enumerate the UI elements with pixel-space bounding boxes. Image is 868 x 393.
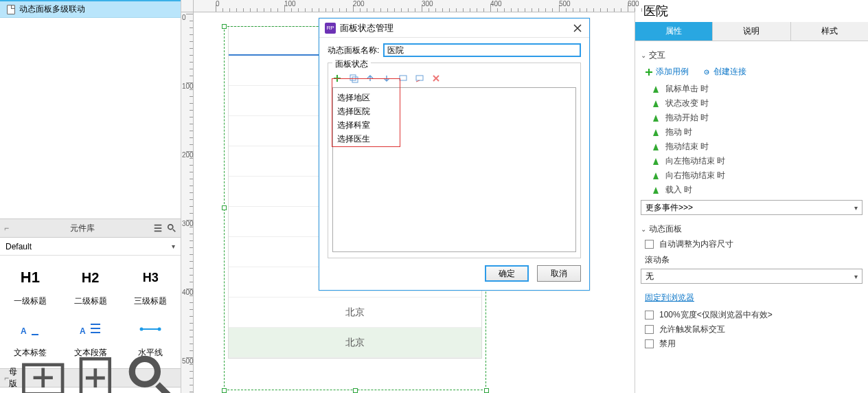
widget-grid: H1 一级标题 H2 二级标题 H3 三级标题 [0,256,181,317]
panel-name-input[interactable] [383,43,581,57]
page-tab[interactable]: 动态面板多级联动 [0,0,181,18]
svg-point-5 [158,328,161,331]
widget-lib-header: ⌐ 元件库 [0,218,181,238]
edit-state-icon[interactable] [415,74,424,83]
svg-point-0 [168,225,173,229]
resize-handle-w[interactable] [222,205,227,210]
scroll-label: 滚动条 [641,251,863,266]
move-up-icon[interactable] [365,74,375,83]
ruler-vertical: 0100200300400500 [181,12,194,393]
event-item[interactable]: 鼠标单击 时 [641,82,863,96]
widget-lib-title: 元件库 [11,223,153,234]
svg-rect-12 [416,76,423,80]
event-item[interactable]: 载入 时 [641,183,863,197]
svg-rect-9 [350,75,356,80]
duplicate-state-icon[interactable] [349,74,358,83]
marker-icon: ⌐ [4,223,11,233]
canvas-area[interactable]: 请选择地区 北京北京北京北京北京北京北京北京北京北京 RP 面板状态管理 动态面… [194,12,635,393]
auto-fit-checkbox[interactable]: 自动调整为内容尺寸 [641,237,863,251]
dialog-titlebar[interactable]: RP 面板状态管理 [319,19,589,38]
state-item[interactable]: 选择地区 [337,91,571,104]
ruler-corner [181,0,194,12]
states-legend: 面板状态 [332,58,371,70]
tab-notes[interactable]: 说明 [713,22,790,41]
resize-handle-se[interactable] [484,388,489,393]
marker-icon: ⌐ [4,373,9,383]
page-icon [7,5,15,14]
interaction-group-header[interactable]: ⌄ 交互 [641,47,863,63]
disable-checkbox[interactable]: 禁用 [641,337,863,351]
chevron-down-icon: ▾ [172,243,175,250]
checkbox-icon [645,339,654,348]
move-down-icon[interactable] [382,74,391,83]
svg-rect-11 [400,76,407,80]
event-item[interactable]: 向右拖动结束 时 [641,168,863,183]
full-width-checkbox[interactable]: 100%宽度<仅限浏览器中有效> [641,308,863,322]
more-events-select[interactable]: 更多事件>>> ▾ [641,200,863,215]
ok-button[interactable]: 确定 [485,265,529,282]
dialog-title: 面板状态管理 [340,22,571,34]
svg-text:A: A [21,326,27,336]
svg-rect-10 [352,77,358,82]
chevron-down-icon: ▾ [854,273,858,280]
add-case-link[interactable]: 添加用例 [645,66,689,78]
event-item[interactable]: 拖动结束 时 [641,139,863,154]
delete-state-icon[interactable] [431,74,441,83]
hr-icon [139,317,161,341]
event-item[interactable]: 拖动开始 时 [641,111,863,125]
event-item[interactable]: 向左拖动结束 时 [641,154,863,168]
text-label-icon: A [19,317,41,341]
app-icon: RP [325,23,336,34]
widget-h3[interactable]: H3 三级标题 [120,265,181,307]
inspector-pane: 医院 属性 说明 样式 ⌄ 交互 添加用例 创建连接 鼠标单击 时状态改变 时拖… [635,0,868,393]
state-item[interactable]: 选择医院 [337,104,571,118]
master-title: 母版 [9,366,17,390]
left-pane: 动态面板多级联动 ⌐ 元件库 Default ▾ H1 一级标题 H2 二级标题… [0,0,181,393]
name-field-label: 动态面板名称: [328,45,379,56]
edit-all-icon[interactable] [398,74,408,83]
page-name: 动态面板多级联动 [19,3,85,15]
resize-handle-nw[interactable] [222,24,227,29]
search-icon[interactable] [167,223,176,233]
widget-h2[interactable]: H2 二级标题 [60,265,121,307]
menu-icon[interactable] [153,223,163,233]
checkbox-icon [645,325,654,334]
svg-text:A: A [80,326,86,336]
state-item[interactable]: 选择科室 [337,118,571,132]
create-link-link[interactable]: 创建连接 [703,66,746,78]
chevron-down-icon: ⌄ [641,225,646,233]
checkbox-icon [645,240,654,249]
tab-properties[interactable]: 属性 [635,22,713,41]
widget-h1[interactable]: H1 一级标题 [0,265,60,307]
resize-handle-sw[interactable] [222,388,227,393]
lib-selected-label: Default [5,242,32,251]
cancel-button[interactable]: 取消 [537,265,581,282]
inspector-tabs: 属性 说明 样式 [635,22,868,41]
panel-state-dialog: RP 面板状态管理 动态面板名称: 面板状态 [319,18,590,291]
event-item[interactable]: 拖动 时 [641,125,863,139]
scroll-select[interactable]: 无 ▾ [641,269,863,284]
inspector-title: 医院 [635,0,868,22]
master-header: ⌐ 母版 [0,368,181,388]
close-icon[interactable] [571,22,584,34]
event-item[interactable]: 状态改变 时 [641,96,863,111]
state-list[interactable]: 选择地区选择医院选择科室选择医生 [332,87,576,252]
text-paragraph-icon: A [80,317,102,341]
chevron-down-icon: ⌄ [641,52,646,59]
allow-mouse-checkbox[interactable]: 允许触发鼠标交互 [641,322,863,337]
add-state-icon[interactable] [332,74,342,83]
checkbox-icon [645,311,654,319]
chevron-down-icon: ▾ [854,204,858,212]
tab-style[interactable]: 样式 [791,22,868,41]
pin-browser-link[interactable]: 固定到浏览器 [641,289,694,308]
dynpanel-group-header[interactable]: ⌄ 动态面板 [641,221,863,237]
canvas[interactable]: 0100200300400500600 0100200300400500 请选择… [181,0,635,393]
state-toolbar [332,72,576,87]
resize-handle-s[interactable] [353,388,358,393]
widget-lib-select[interactable]: Default ▾ [0,238,181,256]
svg-point-4 [140,328,144,331]
svg-point-8 [132,359,157,384]
state-item[interactable]: 选择医生 [337,132,571,146]
svg-rect-2 [32,334,38,335]
ruler-horizontal: 0100200300400500600 [194,0,635,12]
